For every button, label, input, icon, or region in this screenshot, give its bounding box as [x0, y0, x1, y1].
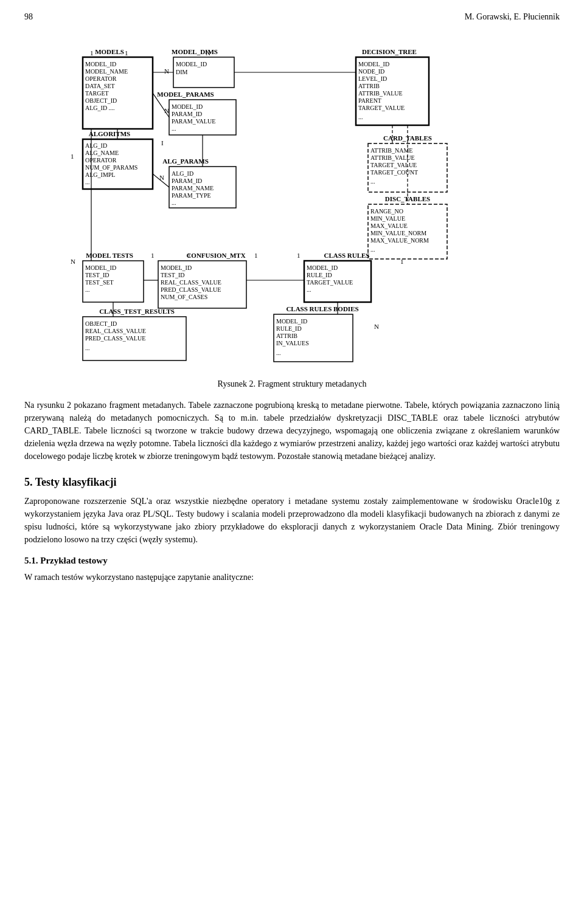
svg-text:OPERATOR: OPERATOR [85, 75, 117, 82]
svg-text:MODEL_DIMS: MODEL_DIMS [172, 48, 218, 55]
section-5-text: Zaproponowane rozszerzenie SQL'a oraz ws… [24, 495, 560, 546]
paragraph-1: Na rysunku 2 pokazano fragment metadanyc… [24, 399, 560, 463]
svg-text:1: 1 [125, 49, 128, 57]
svg-text:TARGET: TARGET [85, 90, 109, 97]
svg-text:ALG_NAME: ALG_NAME [85, 150, 119, 156]
page-number: 98 [24, 12, 33, 22]
svg-text:MODEL_ID: MODEL_ID [358, 61, 389, 67]
svg-text:CONFUSION_MTX: CONFUSION_MTX [186, 252, 245, 259]
svg-text:RANGE_NO: RANGE_NO [370, 208, 403, 215]
svg-text:TEST_SET: TEST_SET [85, 279, 114, 286]
svg-text:ATTRIB_NAME: ATTRIB_NAME [370, 147, 412, 154]
svg-text:MODEL_ID: MODEL_ID [276, 318, 307, 325]
svg-text:1: 1 [400, 258, 404, 265]
svg-text:PARAM_VALUE: PARAM_VALUE [172, 118, 215, 125]
svg-text:OBJECT_ID: OBJECT_ID [85, 320, 117, 327]
svg-text:1: 1 [151, 252, 155, 259]
svg-text:DIM: DIM [176, 69, 188, 75]
svg-text:NUM_OF_PARAMS: NUM_OF_PARAMS [85, 164, 137, 171]
svg-text:ALG_ID: ALG_ID [85, 142, 107, 149]
svg-text:...: ... [307, 286, 311, 293]
diagram-svg: 1 1 MODELS MODEL_ID MODEL_NAME OPERATOR … [24, 28, 560, 368]
svg-text:REAL_CLASS_VALUE: REAL_CLASS_VALUE [85, 328, 146, 334]
section-51-text: W ramach testów wykorzystano następujące… [24, 571, 560, 584]
svg-text:TEST_ID: TEST_ID [85, 272, 109, 278]
section-51-heading: 5.1. Przykład testowy [24, 556, 560, 566]
svg-text:OBJECT_ID: OBJECT_ID [85, 97, 117, 104]
svg-text:MODEL_ID: MODEL_ID [172, 103, 203, 110]
svg-text:TARGET_COUNT: TARGET_COUNT [370, 169, 418, 176]
svg-text:ATTRIB: ATTRIB [276, 333, 297, 339]
svg-text:...: ... [370, 246, 375, 253]
svg-text:MODELS: MODELS [95, 48, 124, 55]
svg-text:NUM_OF_CASES: NUM_OF_CASES [161, 294, 207, 300]
svg-text:MODEL_PARAMS: MODEL_PARAMS [157, 91, 214, 98]
svg-text:...: ... [85, 286, 90, 293]
svg-text:N: N [164, 67, 169, 75]
svg-text:CLASS RULES BODIES: CLASS RULES BODIES [286, 305, 358, 312]
svg-text:MODEL_NAME: MODEL_NAME [85, 68, 128, 75]
svg-text:...: ... [172, 125, 176, 132]
svg-text:IN_VALUES: IN_VALUES [276, 340, 309, 346]
svg-text:...: ... [172, 199, 176, 206]
svg-text:RULE_ID: RULE_ID [276, 325, 302, 332]
svg-text:ALG_PARAMS: ALG_PARAMS [162, 157, 209, 165]
svg-text:REAL_CLASS_VALUE: REAL_CLASS_VALUE [161, 279, 221, 286]
svg-text:PARAM_TYPE: PARAM_TYPE [172, 192, 211, 199]
svg-text:NODE_ID: NODE_ID [358, 68, 384, 75]
svg-text:PARENT: PARENT [358, 97, 381, 104]
svg-text:PRED_CLASS_VALUE: PRED_CLASS_VALUE [85, 335, 145, 342]
svg-text:MODEL_ID: MODEL_ID [176, 61, 207, 67]
svg-text:1: 1 [254, 252, 258, 259]
svg-text:N: N [71, 258, 75, 265]
svg-text:ALG_ID: ALG_ID [172, 170, 193, 177]
svg-text:MAX_VALUE: MAX_VALUE [370, 222, 408, 229]
diagram-area: 1 1 MODELS MODEL_ID MODEL_NAME OPERATOR … [24, 28, 560, 368]
svg-text:PARAM_ID: PARAM_ID [172, 178, 202, 184]
svg-text:ATTRIB_VALUE: ATTRIB_VALUE [370, 154, 415, 161]
svg-text:MODEL_ID: MODEL_ID [307, 264, 338, 271]
svg-text:ALGORITMS: ALGORITMS [89, 130, 130, 137]
svg-text:N: N [374, 323, 379, 330]
svg-text:...: ... [85, 179, 90, 185]
svg-text:DATA_SET: DATA_SET [85, 83, 115, 89]
svg-text:1: 1 [297, 252, 301, 259]
svg-text:PARAM_NAME: PARAM_NAME [172, 185, 214, 191]
svg-text:1: 1 [71, 153, 74, 160]
svg-text:CLASS RULES: CLASS RULES [324, 252, 370, 259]
svg-text:ATTRIB_VALUE: ATTRIB_VALUE [358, 90, 403, 97]
svg-text:I: I [161, 139, 164, 147]
svg-text:...: ... [358, 114, 363, 120]
svg-text:MODEL_ID: MODEL_ID [161, 264, 192, 271]
svg-text:TARGET_VALUE: TARGET_VALUE [307, 279, 353, 286]
svg-text:ATTRIB: ATTRIB [358, 83, 380, 89]
svg-text:MIN_VALUE: MIN_VALUE [370, 215, 405, 222]
svg-text:TARGET_VALUE: TARGET_VALUE [370, 162, 417, 168]
section-5-heading: 5. Testy klasyfikacji [24, 476, 560, 489]
svg-text:TARGET_VALUE: TARGET_VALUE [358, 105, 405, 111]
svg-text:OPERATOR: OPERATOR [85, 157, 117, 164]
authors: M. Gorawski, E. Płuciennik [465, 12, 560, 22]
svg-text:DECISION_TREE: DECISION_TREE [362, 48, 417, 55]
svg-text:RULE_ID: RULE_ID [307, 272, 332, 278]
svg-text:...: ... [370, 178, 375, 185]
svg-text:PRED_CLASS_VALUE: PRED_CLASS_VALUE [161, 286, 221, 293]
svg-text:LEVEL_ID: LEVEL_ID [358, 75, 387, 82]
svg-text:PARAM_ID: PARAM_ID [172, 111, 202, 117]
svg-text:MODEL_ID: MODEL_ID [85, 61, 116, 67]
svg-text:ALG_IMPL: ALG_IMPL [85, 171, 115, 178]
figure-caption: Rysunek 2. Fragment struktury metadanych [24, 379, 560, 389]
svg-text:MODEL_ID: MODEL_ID [85, 264, 116, 271]
svg-text:...: ... [276, 350, 281, 356]
svg-text:MAX_VALUE_NORM: MAX_VALUE_NORM [370, 237, 429, 244]
svg-text:TEST_ID: TEST_ID [161, 272, 184, 278]
svg-text:MODEL TESTS: MODEL TESTS [86, 252, 133, 259]
svg-text:ALG_ID ....: ALG_ID .... [85, 105, 115, 111]
svg-text:MIN_VALUE_NORM: MIN_VALUE_NORM [370, 230, 426, 236]
svg-text:CLASS_TEST_RESULTS: CLASS_TEST_RESULTS [99, 308, 175, 315]
svg-text:...: ... [85, 345, 90, 351]
svg-text:1: 1 [90, 49, 94, 57]
